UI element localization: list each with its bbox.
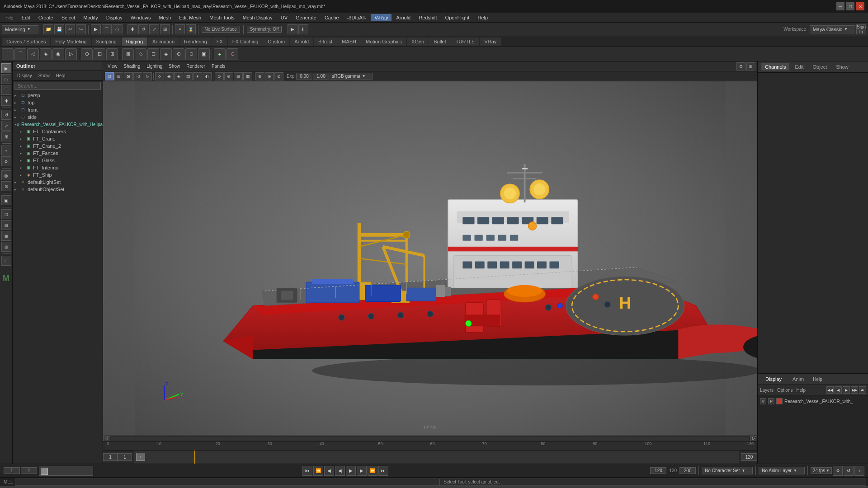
shelf-bridge[interactable]: ⊟ (147, 48, 159, 60)
menu-arnold[interactable]: Arnold (392, 14, 414, 21)
shelf-snap-point[interactable]: ◈ (40, 48, 52, 60)
pb-step-fwd[interactable]: ▶ (357, 466, 367, 476)
timeline-btn[interactable]: ▤ (1, 220, 11, 230)
outliner-item-objectset[interactable]: ▸ ○ defaultObjectSet (13, 186, 103, 193)
layer-menu-layers[interactable]: Layers (760, 388, 774, 393)
pause-button[interactable]: ⏸ (298, 24, 308, 34)
rotate-button[interactable]: ↺ (138, 24, 148, 34)
pb-play-back[interactable]: ◀ (335, 466, 345, 476)
pb-options-btn[interactable]: ⚙ (833, 466, 843, 476)
shelf-snap-edge[interactable]: ▷ (65, 48, 77, 60)
lasso-button[interactable]: ⌒ (102, 24, 112, 34)
outliner-item-top[interactable]: ▸ ⊡ top (13, 99, 103, 106)
paint-button[interactable]: ◌ (113, 24, 123, 34)
menu-display[interactable]: Display (103, 14, 126, 21)
mel-input[interactable] (15, 479, 440, 486)
show-hide-btn[interactable]: ◎ (1, 170, 11, 180)
menu-edit[interactable]: Edit (18, 14, 34, 21)
sculpt-btn[interactable]: ⚙ (1, 156, 11, 166)
outliner-item-crane2[interactable]: ▸ ▣ FT_Crane_2 (13, 142, 103, 150)
menu-mesh[interactable]: Mesh (155, 14, 175, 21)
channel-box-btn[interactable]: ⊟ (1, 256, 11, 266)
tab-custom[interactable]: Custom (263, 38, 289, 46)
tab-turtle[interactable]: TURTLE (451, 38, 480, 46)
close-button[interactable]: ✕ (856, 2, 864, 10)
rotate-tool-btn[interactable]: ↺ (1, 110, 11, 120)
vp-smooth-btn[interactable]: ◉ (165, 72, 174, 80)
timeline-start-frame[interactable] (103, 453, 118, 461)
restore-button[interactable]: □ (846, 2, 854, 10)
vp-isolate-btn[interactable]: ⊖ (224, 72, 233, 80)
shelf-merge[interactable]: ◈ (160, 48, 172, 60)
pb-audio-btn[interactable]: ♪ (854, 466, 864, 476)
fps-dropdown[interactable]: 24 fps ▼ (811, 467, 832, 474)
menu-redshift[interactable]: Redshift (415, 14, 440, 21)
outliner-item-crane[interactable]: ▸ ▣ FT_Crane (13, 135, 103, 142)
vp-light-btn[interactable]: ☀ (193, 72, 202, 80)
timeline-end-frame[interactable] (741, 453, 757, 461)
current-frame-field[interactable] (21, 467, 37, 474)
exposure-input[interactable] (296, 73, 312, 80)
mel-icon[interactable]: M (1, 272, 11, 285)
tab-arnold[interactable]: Arnold (290, 38, 313, 46)
vp-shadow-btn[interactable]: ◐ (203, 72, 212, 80)
outliner-item-ship[interactable]: ▸ ◈ FT_Ship (13, 171, 103, 178)
menu-mesh-display[interactable]: Mesh Display (239, 14, 276, 21)
tab-motion-graphics[interactable]: Motion Graphics (361, 38, 406, 46)
tab-bifrost[interactable]: Bifrost (314, 38, 337, 46)
menu-uv[interactable]: UV (277, 14, 291, 21)
outliner-item-glass[interactable]: ▸ ▣ FT_Glass (13, 157, 103, 164)
tab-animation[interactable]: Animation (148, 38, 179, 46)
move-tool-btn[interactable]: ✚ (1, 96, 11, 106)
redo-button[interactable]: ↪ (76, 24, 86, 34)
open-scene-button[interactable]: 📁 (43, 24, 53, 34)
vp-menu-renderer[interactable]: Renderer (184, 63, 208, 69)
shelf-snap-curve[interactable]: ⌒ (14, 48, 26, 60)
menu-vray[interactable]: V-Ray (371, 14, 392, 21)
viewport-3d[interactable]: H (103, 81, 757, 436)
scale-button[interactable]: ⤢ (149, 24, 159, 34)
tab-mash[interactable]: MASH (337, 38, 361, 46)
layer-tab-anim[interactable]: Anim (789, 375, 807, 383)
tab-sculpting[interactable]: Sculpting (92, 38, 121, 46)
vp-menu-shading[interactable]: Shading (121, 63, 143, 69)
outliner-menu-show[interactable]: Show (36, 72, 52, 79)
end-frame-field[interactable] (679, 467, 696, 474)
move-button[interactable]: ✚ (127, 24, 137, 34)
sign-in-button[interactable]: Sign In (856, 24, 866, 34)
soft-sel-button[interactable]: ⚬ (175, 24, 185, 34)
vp-menu-show[interactable]: Show (166, 63, 183, 69)
vp-frame-sel-btn[interactable]: ⊠ (124, 72, 133, 80)
vp-prev-btn[interactable]: ◁ (133, 72, 142, 80)
save-scene-button[interactable]: 💾 (54, 24, 64, 34)
viewport-hscrollbar[interactable]: ◁ ▷ (103, 436, 757, 441)
transform-button[interactable]: ⊞ (160, 24, 170, 34)
lasso-select-btn[interactable]: ⌒ (1, 85, 11, 95)
hscroll-right[interactable]: ▷ (750, 436, 757, 441)
select-button[interactable]: ▶ (91, 24, 101, 34)
layer-nav-end[interactable]: ⏭ (859, 386, 866, 394)
no-live-surface-badge[interactable]: No Live Surface (202, 26, 240, 33)
shelf-camera[interactable]: ⊞ (106, 48, 118, 60)
playback-options-button[interactable]: ▶ (288, 24, 297, 34)
shelf-snap-grid[interactable]: ⊹ (2, 48, 14, 60)
pb-loop-btn[interactable]: ↺ (844, 466, 854, 476)
layer-tab-display[interactable]: Display (762, 375, 785, 383)
timeline-track[interactable]: 1 (134, 450, 739, 464)
cb-tab-object[interactable]: Object (809, 63, 830, 70)
menu-create[interactable]: Create (35, 14, 57, 21)
tab-xgen[interactable]: XGen (407, 38, 429, 46)
menu-file[interactable]: File (2, 14, 17, 21)
layer-v-btn[interactable]: V (760, 398, 766, 404)
menu-windows[interactable]: Windows (127, 14, 155, 21)
workspace-dropdown[interactable]: Maya Classic ▼ (810, 25, 855, 33)
tab-bullet[interactable]: Bullet (429, 38, 451, 46)
outliner-item-root[interactable]: ▾ ⊛ Research_Vessel_FALKOR_with_Helipad (13, 121, 103, 128)
timeline-current-frame[interactable] (118, 453, 132, 461)
vp-film-gate-btn[interactable]: ▦ (243, 72, 252, 80)
outliner-menu-display[interactable]: Display (14, 72, 35, 79)
gamma-dropdown[interactable]: sRGB gamma ▼ (330, 73, 373, 80)
history-button[interactable]: ⌛ (186, 24, 196, 34)
vp-maximize-btn[interactable]: ⊞ (746, 62, 755, 70)
undo-button[interactable]: ↩ (65, 24, 75, 34)
